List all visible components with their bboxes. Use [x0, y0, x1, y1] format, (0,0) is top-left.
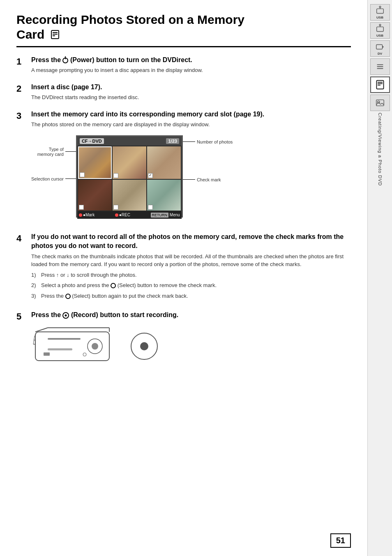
- step-3: 3 Insert the memory card into its corres…: [16, 110, 351, 224]
- label-number-photos: Number of photos: [183, 139, 233, 144]
- step-5: 5 Press the (Record) button to start rec…: [16, 310, 351, 369]
- svg-rect-16: [48, 348, 72, 350]
- screen-header-source: CF→DVD: [80, 138, 104, 144]
- photo-check-5: [113, 205, 118, 210]
- sub-item-3: 3) Press the (Select) button again to pu…: [31, 292, 351, 300]
- step-2-heading: Insert a disc (page 17).: [31, 83, 351, 92]
- sidebar-icon-dv[interactable]: DV: [370, 40, 390, 57]
- svg-rect-23: [376, 27, 383, 31]
- svg-rect-20: [376, 9, 383, 13]
- step-1-desc: A message prompting you to insert a disc…: [31, 66, 351, 74]
- sidebar-icon-usb2[interactable]: USB: [370, 22, 390, 39]
- screen-footer: ●Mark ●REC RETURN Menu: [77, 211, 182, 219]
- step-5-number: 5: [16, 310, 25, 369]
- svg-point-22: [379, 6, 381, 7]
- label-selection-cursor: Selection cursor: [31, 176, 76, 181]
- step-1-number: 1: [16, 56, 25, 74]
- footer-rec: ●REC: [115, 213, 130, 217]
- select-icon-3: [65, 294, 71, 299]
- sidebar-icon-usb1[interactable]: USB: [370, 4, 390, 21]
- svg-line-5: [35, 328, 48, 332]
- svg-point-14: [92, 343, 98, 350]
- step-3-content: Insert the memory card into its correspo…: [31, 110, 351, 224]
- label-type-memory: Type of memory card: [31, 147, 76, 157]
- dvdirect-illustration: [31, 324, 118, 369]
- power-icon: [62, 58, 68, 63]
- footer-menu: RETURN Menu: [151, 213, 180, 217]
- step-1-content: Press the (Power) button to turn on the …: [31, 56, 351, 74]
- select-icon-2: [111, 283, 116, 288]
- step-2-content: Insert a disc (page 17). The DVDirect st…: [31, 83, 351, 102]
- record-icon: [62, 312, 69, 319]
- svg-marker-27: [382, 46, 384, 48]
- screen-header-count: 1/23: [166, 138, 179, 144]
- step-2-number: 2: [16, 83, 25, 102]
- title-text-line1: Recording Photos Stored on a Memory: [16, 13, 244, 26]
- photo-cell-6: [147, 180, 181, 211]
- memory-card-icon: [51, 28, 60, 43]
- step-5-heading: Press the (Record) button to start recor…: [31, 310, 351, 320]
- title-text-line2: Card: [16, 28, 44, 41]
- step-4-sublist: 1) Press ↑ or ↓ to scroll through the ph…: [31, 271, 351, 300]
- photo-check-3: [148, 173, 153, 178]
- step-3-number: 3: [16, 110, 25, 224]
- photo-grid: [77, 146, 182, 211]
- svg-point-15: [83, 353, 86, 356]
- svg-point-19: [140, 342, 148, 350]
- step-2: 2 Insert a disc (page 17). The DVDirect …: [16, 83, 351, 102]
- photo-check-2: [113, 173, 118, 178]
- step-4-heading: If you do not want to record all of the …: [31, 232, 351, 251]
- display-screen: CF→DVD 1/23: [76, 135, 183, 218]
- main-content: Recording Photos Stored on a Memory Card…: [0, 0, 367, 556]
- sidebar-icon-print[interactable]: [370, 58, 390, 75]
- step-4-content: If you do not want to record all of the …: [31, 232, 351, 302]
- display-diagram: Type of memory card Selection cursor: [31, 135, 351, 218]
- record-button-svg: [130, 332, 159, 361]
- page-number: 51: [330, 533, 351, 548]
- step-4: 4 If you do not want to record all of th…: [16, 232, 351, 302]
- step-5-content: Press the (Record) button to start recor…: [31, 310, 351, 369]
- photo-check-6: [148, 205, 153, 210]
- sub-item-1: 1) Press ↑ or ↓ to scroll through the ph…: [31, 271, 351, 279]
- photo-check-4: [79, 205, 84, 210]
- step-1-heading: Press the (Power) button to turn on the …: [31, 56, 351, 65]
- svg-point-25: [379, 24, 381, 25]
- page-title: Recording Photos Stored on a Memory Card: [16, 12, 351, 47]
- photo-cell-3: [147, 146, 181, 179]
- svg-rect-34: [378, 85, 380, 86]
- sidebar-vertical-label: Creating/Viewing a Photo DVD: [378, 113, 383, 186]
- screen-header: CF→DVD 1/23: [77, 137, 182, 146]
- photo-cell-4: [78, 180, 112, 211]
- sidebar: USB USB DV: [367, 0, 392, 556]
- step-4-number: 4: [16, 232, 25, 302]
- svg-rect-26: [376, 44, 382, 49]
- sidebar-icon-memcard[interactable]: [370, 76, 390, 93]
- svg-rect-1: [53, 32, 58, 33]
- photo-cell-2: [113, 146, 146, 179]
- svg-rect-33: [378, 83, 383, 84]
- step-2-desc: The DVDirect starts reading the inserted…: [31, 93, 351, 102]
- sub-item-2: 2) Select a photo and press the (Select)…: [31, 281, 351, 290]
- svg-rect-3: [53, 35, 55, 36]
- step-3-desc: The photos stored on the memory card are…: [31, 120, 351, 129]
- photo-check-1: [80, 172, 85, 177]
- sidebar-icon-photo[interactable]: [370, 95, 390, 111]
- record-button-illustration: [130, 332, 159, 361]
- label-check-mark: Check mark: [183, 177, 233, 182]
- step-3-heading: Insert the memory card into its correspo…: [31, 110, 351, 119]
- svg-rect-12: [48, 338, 81, 340]
- svg-rect-32: [378, 82, 383, 83]
- svg-rect-2: [53, 34, 58, 35]
- step-1: 1 Press the (Power) button to turn on th…: [16, 56, 351, 74]
- step-4-desc: The check marks on the thumbnails indica…: [31, 253, 351, 269]
- footer-mark: ●Mark: [79, 213, 95, 217]
- svg-rect-17: [44, 352, 50, 356]
- photo-cell-1: [78, 146, 112, 179]
- device-sketch: [31, 324, 351, 369]
- photo-cell-5: [113, 180, 146, 211]
